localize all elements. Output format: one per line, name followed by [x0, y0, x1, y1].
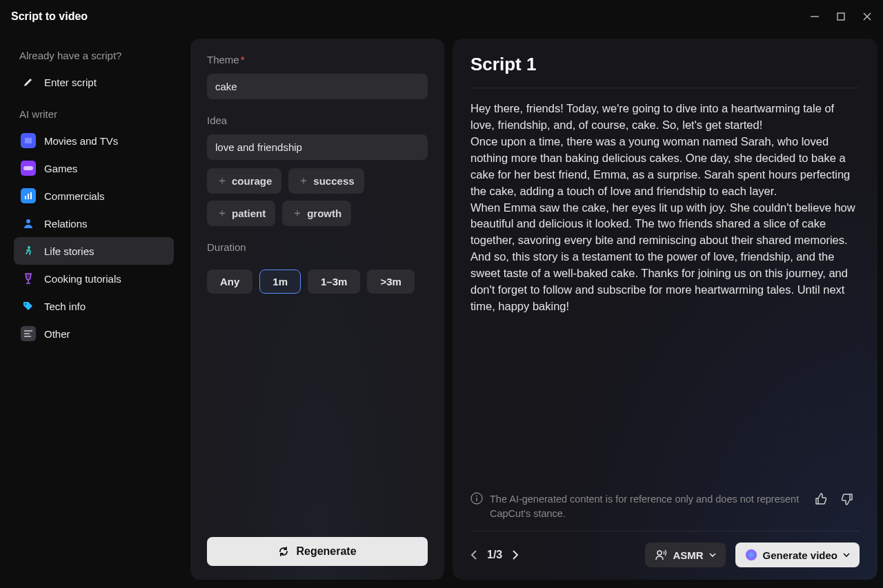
- duration-gt3m[interactable]: >3m: [367, 270, 414, 294]
- script-panel: Script 1 Hey there, friends! Today, we'r…: [453, 39, 877, 580]
- person-icon: [21, 216, 36, 231]
- sidebar-item-label: Tech info: [44, 301, 86, 312]
- menu-icon: [21, 326, 36, 341]
- gamepad-icon: [21, 161, 36, 176]
- thumbs-down-button[interactable]: [840, 492, 854, 506]
- chip-success[interactable]: ＋success: [288, 168, 364, 194]
- pager: 1/3: [470, 549, 519, 561]
- plus-icon: ＋: [217, 174, 228, 188]
- close-button[interactable]: [862, 12, 872, 21]
- sidebar-item-label: Movies and TVs: [44, 135, 118, 147]
- refresh-icon: [278, 546, 289, 557]
- titlebar: Script to video: [0, 0, 883, 33]
- theme-input[interactable]: [207, 74, 428, 99]
- walking-icon: [21, 243, 36, 258]
- sidebar-item-label: Life stories: [44, 245, 95, 257]
- generate-video-button[interactable]: Generate video: [735, 543, 860, 567]
- regenerate-button[interactable]: Regenerate: [207, 537, 428, 566]
- chip-patient[interactable]: ＋patient: [207, 201, 275, 226]
- sidebar-item-games[interactable]: Games: [14, 154, 174, 182]
- disclaimer-text: The AI-generated content is for referenc…: [490, 492, 807, 521]
- sparkle-icon: [745, 549, 757, 561]
- sidebar-item-label: Enter script: [44, 77, 97, 88]
- script-title: Script 1: [470, 54, 860, 88]
- sidebar-heading-script: Already have a script?: [14, 44, 174, 68]
- svg-rect-9: [30, 192, 32, 199]
- sidebar-item-life-stories[interactable]: Life stories: [14, 237, 174, 265]
- script-bottom-row: 1/3 ASMR Generate video: [470, 531, 860, 567]
- chip-courage[interactable]: ＋courage: [207, 168, 281, 194]
- form-panel: Theme* Idea ＋courage ＋success ＋patient ＋…: [190, 39, 444, 580]
- sidebar-heading-ai: AI writer: [14, 103, 174, 127]
- theme-label: Theme*: [207, 54, 428, 65]
- chevron-down-icon: [709, 552, 716, 558]
- sidebar-item-label: Games: [44, 163, 77, 174]
- chip-growth[interactable]: ＋growth: [282, 201, 351, 226]
- sidebar-item-label: Cooking tutorials: [44, 273, 121, 285]
- sidebar-enter-script[interactable]: Enter script: [14, 68, 174, 96]
- pencil-icon: [21, 74, 36, 90]
- svg-rect-8: [28, 194, 29, 199]
- duration-label: Duration: [207, 241, 428, 253]
- chart-icon: [21, 188, 36, 203]
- sidebar-item-label: Relations: [44, 218, 88, 230]
- duration-1-3m[interactable]: 1–3m: [308, 270, 360, 294]
- minimize-button[interactable]: [810, 12, 820, 21]
- film-icon: [21, 133, 36, 148]
- tag-icon: [21, 298, 36, 314]
- idea-label: Idea: [207, 114, 428, 126]
- svg-point-12: [25, 303, 26, 305]
- disclaimer-row: The AI-generated content is for referenc…: [470, 483, 860, 531]
- idea-input[interactable]: [207, 134, 428, 160]
- duration-options: Any 1m 1–3m >3m: [207, 270, 428, 294]
- plus-icon: ＋: [217, 206, 228, 221]
- sidebar-item-label: Other: [44, 328, 70, 340]
- svg-rect-7: [25, 196, 26, 199]
- window-title: Script to video: [11, 10, 88, 23]
- sidebar-item-other[interactable]: Other: [14, 320, 174, 347]
- sidebar-item-tech[interactable]: Tech info: [14, 292, 174, 320]
- svg-point-17: [476, 495, 477, 496]
- plus-icon: ＋: [292, 206, 303, 221]
- required-star: *: [241, 54, 245, 65]
- script-body[interactable]: Hey there, friends! Today, we're going t…: [470, 88, 860, 483]
- sidebar-item-commercials[interactable]: Commercials: [14, 182, 174, 210]
- duration-any[interactable]: Any: [207, 270, 252, 294]
- svg-point-11: [28, 246, 30, 249]
- sidebar-item-label: Commercials: [44, 190, 105, 202]
- idea-chips: ＋courage ＋success ＋patient ＋growth: [207, 168, 428, 226]
- info-icon: [470, 492, 483, 505]
- sidebar-item-cooking[interactable]: Cooking tutorials: [14, 265, 174, 292]
- svg-rect-6: [23, 166, 33, 170]
- thumbs-up-button[interactable]: [814, 492, 828, 506]
- maximize-button[interactable]: [836, 12, 846, 21]
- pager-count: 1/3: [487, 549, 502, 561]
- sidebar-item-movies[interactable]: Movies and TVs: [14, 127, 174, 154]
- svg-point-10: [26, 219, 30, 223]
- pager-prev[interactable]: [470, 549, 477, 560]
- pager-next[interactable]: [512, 549, 519, 560]
- wine-glass-icon: [21, 271, 36, 286]
- voice-select-button[interactable]: ASMR: [645, 543, 725, 567]
- sidebar-item-relations[interactable]: Relations: [14, 210, 174, 237]
- duration-1m[interactable]: 1m: [259, 270, 301, 294]
- chevron-down-icon: [843, 552, 850, 558]
- svg-rect-1: [837, 13, 844, 20]
- svg-rect-5: [25, 138, 32, 143]
- voice-icon: [655, 549, 667, 561]
- window-controls: [810, 12, 872, 21]
- sidebar: Already have a script? Enter script AI w…: [6, 39, 182, 580]
- plus-icon: ＋: [298, 174, 309, 188]
- svg-point-19: [657, 551, 662, 555]
